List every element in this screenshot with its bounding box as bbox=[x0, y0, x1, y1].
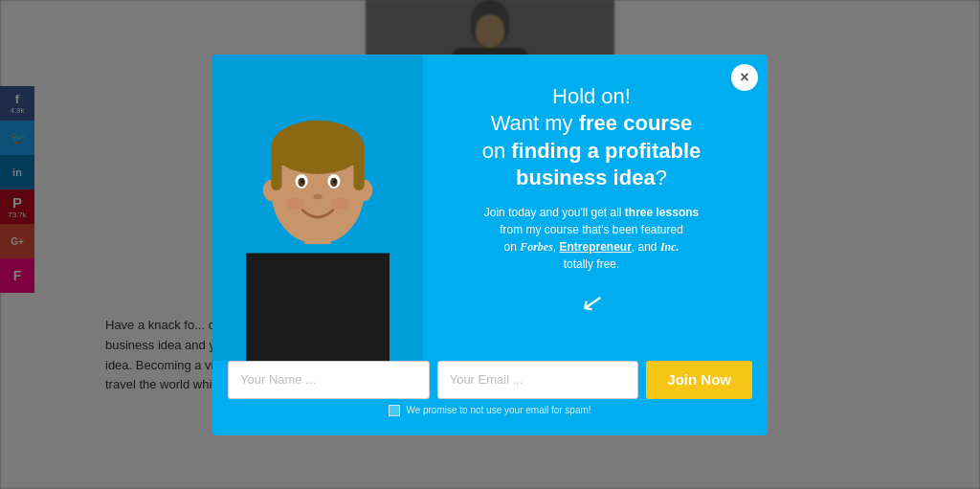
name-input[interactable] bbox=[228, 361, 430, 399]
svg-point-18 bbox=[286, 197, 304, 210]
email-input[interactable] bbox=[437, 361, 639, 399]
headline-line2: Want my free course bbox=[438, 110, 745, 138]
modal-dialog: × bbox=[212, 55, 768, 435]
svg-point-13 bbox=[301, 179, 304, 184]
headline-line3: on finding a profitable bbox=[438, 138, 745, 166]
svg-point-15 bbox=[313, 193, 322, 199]
modal-form: Join Now We promise to not use your emai… bbox=[212, 361, 768, 435]
modal-close-button[interactable]: × bbox=[731, 64, 758, 91]
svg-rect-4 bbox=[246, 253, 390, 361]
headline-line1: Hold on! bbox=[438, 83, 745, 111]
modal-subtext: Join today and you'll get all three less… bbox=[438, 204, 745, 273]
svg-point-19 bbox=[331, 197, 349, 210]
join-now-button[interactable]: Join Now bbox=[646, 361, 752, 399]
headline-line4: business idea? bbox=[438, 165, 745, 192]
privacy-row: We promise to not use your email for spa… bbox=[228, 405, 752, 428]
svg-rect-21 bbox=[354, 159, 365, 190]
svg-rect-8 bbox=[271, 146, 365, 165]
privacy-text: We promise to not use your email for spa… bbox=[406, 405, 590, 415]
form-inputs-row: Join Now bbox=[228, 361, 752, 399]
modal-body: Hold on! Want my free course on finding … bbox=[212, 55, 768, 361]
svg-point-14 bbox=[333, 179, 337, 184]
privacy-checkbox[interactable] bbox=[389, 405, 400, 416]
modal-headline: Hold on! Want my free course on finding … bbox=[438, 83, 745, 192]
modal-person-image bbox=[212, 55, 423, 361]
svg-rect-20 bbox=[271, 159, 281, 190]
modal-text-content: Hold on! Want my free course on finding … bbox=[423, 55, 768, 361]
arrow-decoration: ↙ bbox=[438, 286, 745, 327]
